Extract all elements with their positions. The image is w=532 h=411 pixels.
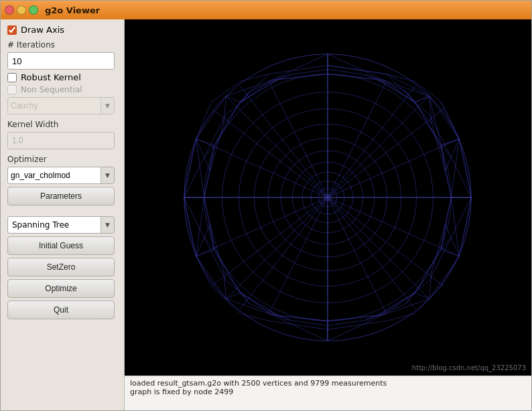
status-line-1: loaded result_gtsam.g2o with 2500 vertic… — [130, 379, 526, 388]
draw-axis-row: Draw Axis — [7, 25, 117, 35]
main-content: Draw Axis # Iterations ▲ ▼ Robust Kernel… — [1, 19, 531, 410]
robust-kernel-row: Robust Kernel — [7, 72, 117, 82]
non-sequential-row: Non Sequential — [7, 85, 117, 94]
robust-kernel-label: Robust Kernel — [21, 72, 81, 82]
sidebar: Draw Axis # Iterations ▲ ▼ Robust Kernel… — [1, 19, 125, 410]
window-controls — [5, 5, 38, 15]
cauchy-dropdown-arrow: ▼ — [101, 98, 114, 114]
draw-axis-checkbox[interactable] — [7, 25, 17, 35]
close-button[interactable] — [5, 5, 14, 15]
canvas-area: http://blog.csdn.net/qq_23225073 — [125, 19, 531, 376]
cauchy-select-box: Cauchy ▼ — [7, 97, 115, 114]
kernel-width-input[interactable] — [7, 132, 115, 149]
robust-kernel-checkbox[interactable] — [7, 73, 17, 82]
divider-1 — [7, 208, 117, 214]
iterations-label: # Iterations — [7, 40, 117, 50]
non-sequential-label: Non Sequential — [21, 85, 82, 94]
spanning-tree-row: Spanning Tree ▼ — [7, 216, 115, 234]
window-title: g2o Viewer — [45, 5, 100, 15]
draw-axis-label: Draw Axis — [21, 25, 64, 35]
watermark: http://blog.csdn.net/qq_23225073 — [412, 364, 526, 372]
optimizer-dropdown-arrow: ▼ — [101, 167, 114, 183]
spanning-tree-label: Spanning Tree — [8, 217, 101, 233]
optimizer-label: Optimizer — [7, 155, 117, 164]
status-bar: loaded result_gtsam.g2o with 2500 vertic… — [125, 376, 531, 410]
iterations-spinbox: ▲ ▼ — [7, 52, 115, 70]
quit-button[interactable]: Quit — [7, 301, 115, 319]
cauchy-select[interactable]: Cauchy — [8, 98, 101, 114]
status-line-2: graph is fixed by node 2499 — [130, 388, 526, 396]
spanning-tree-arrow[interactable]: ▼ — [101, 217, 114, 233]
optimizer-select-box: gn_var_cholmod ▼ — [7, 167, 115, 184]
iterations-input[interactable] — [8, 53, 115, 69]
optimize-button[interactable]: Optimize — [7, 279, 115, 298]
title-bar: g2o Viewer — [1, 1, 531, 19]
optimizer-select[interactable]: gn_var_cholmod — [8, 167, 101, 183]
maximize-button[interactable] — [29, 5, 38, 15]
parameters-button[interactable]: Parameters — [7, 187, 115, 206]
non-sequential-checkbox[interactable] — [7, 85, 17, 94]
initial-guess-button[interactable]: Initial Guess — [7, 236, 115, 255]
kernel-width-label: Kernel Width — [7, 120, 117, 129]
set-zero-button[interactable]: SetZero — [7, 258, 115, 276]
minimize-button[interactable] — [17, 5, 26, 15]
right-panel: http://blog.csdn.net/qq_23225073 loaded … — [125, 19, 531, 410]
main-window: g2o Viewer Draw Axis # Iterations ▲ ▼ — [0, 0, 532, 411]
graph-svg — [125, 19, 531, 376]
